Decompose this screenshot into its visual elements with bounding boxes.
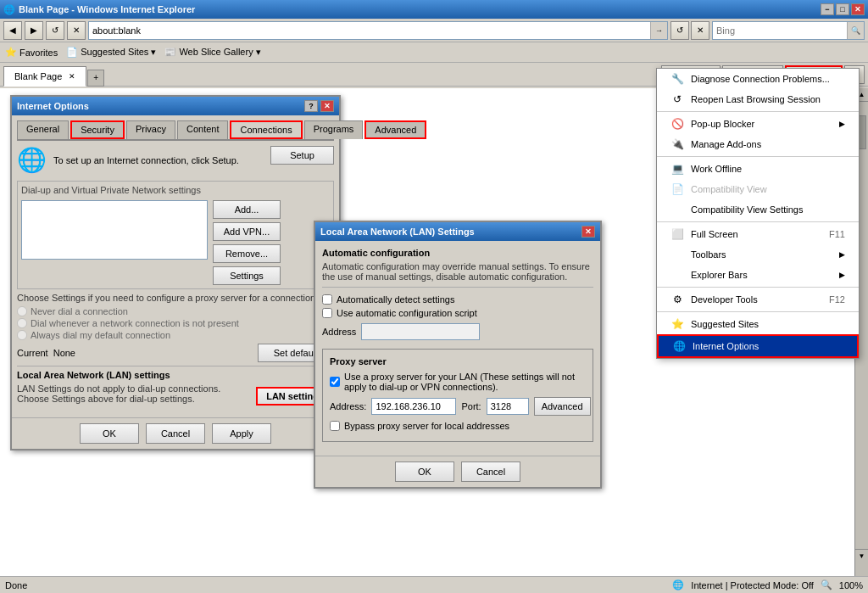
offline-icon: 💻 [670,162,684,176]
blank-page-tab[interactable]: Blank Page ✕ [3,66,86,87]
lan-dialog-title-text: Local Area Network (LAN) Settings [320,227,475,237]
stop-button[interactable]: ✕ [67,21,86,40]
fullscreen-shortcut: F11 [829,229,845,239]
lan-description: LAN Settings do not apply to dial-up con… [17,383,229,404]
tab-area: Blank Page ✕ + [3,63,104,87]
window-title: Blank Page - Windows Internet Explorer [19,4,195,14]
bypass-proxy-checkbox[interactable] [330,421,340,431]
script-address-input[interactable] [361,323,480,340]
diagnose-label: Diagnose Connection Problems... [691,74,830,84]
menu-suggested-sites[interactable]: ⭐ Suggested Sites [657,314,859,334]
menu-toolbars[interactable]: Toolbars ▶ [657,244,859,265]
proxy-address-label: Address: [330,401,366,411]
proxy-address-input[interactable] [371,398,456,415]
toolbars-label: Toolbars [691,249,726,260]
menu-manage-addons[interactable]: 🔌 Manage Add-ons [657,134,859,154]
menu-divider-5 [657,311,859,312]
popup-icon: 🚫 [670,117,684,131]
webslice-label: Web Slice Gallery ▾ [179,47,260,58]
use-script-checkbox[interactable] [322,308,332,318]
restore-button[interactable]: □ [836,3,849,15]
radio-dial-when-needed-input[interactable] [17,318,27,328]
search-input[interactable] [713,24,847,37]
favorites-label: Favorites [19,48,58,58]
address-input[interactable] [89,24,650,37]
lan-dialog-close-btn[interactable]: ✕ [581,226,595,238]
tab-connections[interactable]: Connections [230,120,302,139]
internet-options-menu-label: Internet Options [693,341,759,351]
developer-label: Developer Tools [691,294,758,305]
ok-button[interactable]: OK [80,423,139,444]
menu-developer-tools[interactable]: ⚙ Developer Tools F12 [657,289,859,310]
internet-options-question-btn[interactable]: ? [304,100,318,112]
back-button[interactable]: ◀ [3,21,22,40]
add-button[interactable]: Add... [213,200,281,219]
refresh-button[interactable]: ↺ [46,21,64,40]
tab-privacy[interactable]: Privacy [126,120,175,139]
menu-popup-blocker[interactable]: 🚫 Pop-up Blocker ▶ [657,114,859,134]
tab-general[interactable]: General [17,120,69,139]
tab-security[interactable]: Security [70,120,125,139]
menu-internet-options[interactable]: 🌐 Internet Options [657,334,859,358]
add-vpn-button[interactable]: Add VPN... [213,222,281,241]
use-proxy-checkbox[interactable] [330,377,340,387]
search-button[interactable]: 🔍 [847,22,864,39]
tab-programs[interactable]: Programs [304,120,364,139]
new-tab-button[interactable]: + [87,70,104,87]
minimize-button[interactable]: − [821,3,834,15]
tab-advanced[interactable]: Advanced [364,120,426,139]
addons-icon: 🔌 [670,137,684,151]
connection-list[interactable] [21,200,208,260]
radio-never-dial-input[interactable] [17,306,27,316]
internet-options-icon: 🌐 [672,339,686,353]
address-label: Address [322,327,356,337]
scroll-down-btn[interactable]: ▼ [855,549,868,562]
browser-icon: 🌐 [3,4,15,15]
close-button[interactable]: ✕ [851,3,865,15]
auto-detect-checkbox[interactable] [322,294,332,305]
current-row: Current None Set default [17,344,334,362]
suggested-sites-item[interactable]: 📄 Suggested Sites ▾ [66,47,156,58]
menu-compat-settings[interactable]: Compatibility View Settings [657,199,859,220]
tab-content[interactable]: Content [177,120,229,139]
diagnose-icon: 🔧 [670,72,684,86]
favorites-bar: ⭐ Favorites 📄 Suggested Sites ▾ 📰 Web Sl… [0,42,868,63]
remove-button[interactable]: Remove... [213,244,281,263]
forward-button[interactable]: ▶ [25,21,43,40]
menu-work-offline[interactable]: 💻 Work Offline [657,159,859,179]
menu-compat-view[interactable]: 📄 Compatibility View [657,179,859,199]
zoom-text: 100% [839,580,863,590]
proxy-advanced-button[interactable]: Advanced [534,397,591,416]
favorites-menu[interactable]: ⭐ Favorites [5,47,58,58]
stop-page-button[interactable]: ✕ [691,21,709,40]
menu-explorer-bars[interactable]: Explorer Bars ▶ [657,265,859,285]
proxy-section: Proxy server Use a proxy server for your… [322,349,593,442]
menu-fullscreen[interactable]: ⬜ Full Screen F11 [657,224,859,244]
menu-diagnose[interactable]: 🔧 Diagnose Connection Problems... [657,69,859,89]
menu-reopen[interactable]: ↺ Reopen Last Browsing Session [657,89,859,109]
radio-always-dial-input[interactable] [17,330,27,340]
proxy-port-label: Port: [461,401,481,411]
tab-close-btn[interactable]: ✕ [69,72,75,81]
proxy-port-input[interactable] [487,398,529,415]
toolbars-icon [670,248,684,261]
current-label: Current [17,348,48,358]
lan-settings-dialog: Local Area Network (LAN) Settings ✕ Auto… [314,221,602,489]
refresh-page-button[interactable]: ↺ [670,21,689,40]
bypass-proxy-label: Bypass proxy server for local addresses [344,421,509,431]
lan-cancel-button[interactable]: Cancel [461,462,520,482]
internet-options-close-btn[interactable]: ✕ [320,100,334,112]
web-slice-item[interactable]: 📰 Web Slice Gallery ▾ [164,47,260,58]
apply-button[interactable]: Apply [212,423,271,444]
menu-divider-3 [657,221,859,222]
address-input-wrap: → [88,21,668,40]
popup-arrow: ▶ [839,120,845,128]
zone-text: Internet | Protected Mode: Off [691,580,814,590]
lan-row: LAN Settings do not apply to dial-up con… [17,383,334,409]
cancel-button[interactable]: Cancel [146,423,205,444]
radio-never-dial: Never dial a connection [17,306,334,316]
settings-button[interactable]: Settings [213,266,281,285]
go-button[interactable]: → [650,22,667,39]
setup-button[interactable]: Setup [270,146,334,165]
lan-ok-button[interactable]: OK [395,462,454,482]
